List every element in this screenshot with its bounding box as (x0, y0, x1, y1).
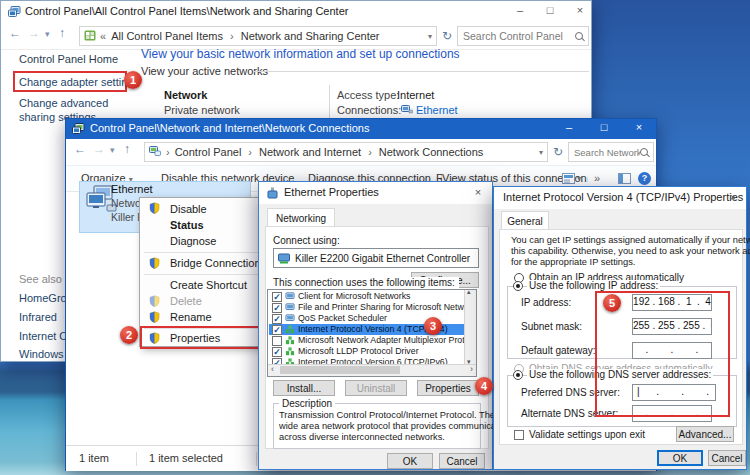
details-view-icon[interactable] (618, 173, 631, 186)
ipv4-dialog-title: Internet Protocol Version 4 (TCP/IPv4) P… (503, 191, 743, 203)
network-type: Private network (164, 104, 240, 116)
ethernet-item-name: Ethernet (111, 183, 153, 195)
sidebar-item-infrared[interactable]: Infrared (19, 311, 57, 323)
description-label: Description (279, 398, 335, 409)
eth-ok-button[interactable]: OK (387, 453, 433, 469)
win1-close-button[interactable]: × (567, 4, 593, 16)
dialog-ethernet-properties: Ethernet Properties × Networking Connect… (258, 181, 493, 470)
list-item[interactable]: ✓ File and Printer Sharing for Microsoft… (269, 302, 464, 313)
connections-value-link[interactable]: Ethernet (416, 104, 458, 116)
validate-checkbox[interactable] (514, 430, 524, 440)
connections-label: Connections: (337, 104, 401, 116)
win1-minimize-button[interactable]: – (507, 4, 533, 16)
win2-titlebar[interactable]: Control Panel\Network and Internet\Netwo… (66, 119, 656, 139)
list-item[interactable]: ✓ Client for Microsoft Networks (269, 291, 464, 302)
eth-dialog-title: Ethernet Properties (284, 186, 379, 198)
list-item[interactable]: Microsoft Network Adapter Multiplexor Pr… (269, 335, 464, 346)
sidebar-item-home[interactable]: Control Panel Home (19, 53, 118, 65)
checkbox-unchecked[interactable] (272, 336, 282, 346)
checkbox-checked[interactable]: ✓ (272, 303, 282, 313)
win2-close-button[interactable]: × (624, 121, 654, 133)
status-item-count: 1 item (79, 452, 109, 464)
uac-shield-icon (149, 311, 160, 327)
validate-label[interactable]: Validate settings upon exit (529, 429, 645, 440)
install-button[interactable]: Install... (273, 380, 335, 396)
back-icon[interactable]: ← (9, 26, 21, 40)
forward-icon[interactable]: → (28, 26, 40, 40)
win1-breadcrumb[interactable]: « All Control Panel Items › Network and … (79, 26, 437, 46)
radio-use-ip[interactable] (513, 281, 523, 291)
history-caret-icon[interactable]: ▾ (45, 29, 50, 39)
adapter-box: Killer E2200 Gigabit Ethernet Controller (273, 248, 479, 268)
scroll-left-icon[interactable]: ‹ (271, 364, 274, 374)
help-icon[interactable]: ? (638, 172, 651, 185)
ipv4-intro: You can get IP settings assigned automat… (511, 235, 750, 245)
crumb-dropdown-icon[interactable]: ▾ (428, 32, 432, 41)
checkbox-checked[interactable]: ✓ (272, 292, 282, 302)
crumb-control-panel[interactable]: Control Panel (175, 146, 242, 158)
uac-shield-icon (149, 202, 160, 218)
win1-title: Control Panel\All Control Panel Items\Ne… (25, 5, 348, 17)
eth-titlebar[interactable]: Ethernet Properties × (259, 182, 492, 204)
crumb-sep-icon: › (368, 146, 372, 158)
checkbox-checked[interactable]: ✓ (272, 325, 282, 335)
vertical-scrollbar[interactable]: ▴ ▾ (464, 290, 476, 365)
refresh-icon[interactable]: ↻ (442, 29, 452, 43)
toolbar-overflow-icon[interactable]: » (594, 172, 600, 184)
win1-maximize-button[interactable]: □ (537, 4, 563, 16)
crumb-all-items[interactable]: All Control Panel Items (111, 30, 223, 42)
crumb-network-internet[interactable]: Network and Internet (259, 146, 361, 158)
crumb-sep-icon: › (230, 30, 234, 42)
back-icon[interactable]: ← (74, 142, 86, 156)
forward-icon[interactable]: → (93, 142, 105, 156)
radio-use-ip-label[interactable]: Use the following IP address: (527, 280, 660, 291)
checkbox-checked[interactable]: ✓ (272, 314, 282, 324)
crumb-nsc[interactable]: Network and Sharing Center (241, 30, 380, 42)
search-icon[interactable] (640, 148, 648, 156)
ipv4-ok-button[interactable]: OK (657, 450, 703, 466)
win1-search-box[interactable]: Search Control Panel (457, 26, 589, 46)
radio-use-dns[interactable] (513, 370, 523, 380)
connection-items-label: This connection uses the following items… (273, 277, 459, 288)
history-caret-icon[interactable]: ▾ (110, 145, 115, 155)
crumb-collapse[interactable]: « (100, 30, 106, 42)
win2-search-box[interactable]: Search Network Conn... (568, 142, 654, 162)
view-slides-icon[interactable] (562, 173, 575, 186)
up-icon[interactable]: ↑ (59, 26, 65, 40)
uninstall-button[interactable]: Uninstall (345, 380, 407, 396)
up-icon[interactable]: ↑ (124, 142, 130, 156)
view-caret-icon[interactable]: ▾ (577, 174, 581, 183)
scroll-up-icon[interactable]: ▴ (467, 288, 471, 296)
ipv4-close-button[interactable]: × (720, 191, 746, 203)
uac-shield-icon (149, 257, 160, 273)
crumb-network-connections[interactable]: Network Connections (379, 146, 484, 158)
win2-breadcrumb[interactable]: › Control Panel › Network and Internet ›… (144, 142, 548, 162)
ipv4-cancel-button[interactable]: Cancel (708, 450, 746, 466)
search-icon[interactable] (575, 32, 583, 40)
tab-general[interactable]: General (501, 211, 549, 231)
scroll-right-icon[interactable]: › (470, 364, 473, 374)
eth-cancel-button[interactable]: Cancel (439, 453, 485, 469)
access-type-label: Access type: (337, 89, 399, 101)
adapter-name: Killer E2200 Gigabit Ethernet Controller (295, 253, 470, 264)
advanced-button[interactable]: Advanced... (676, 426, 734, 442)
refresh-icon[interactable]: ↻ (553, 145, 563, 159)
crumb-dropdown-icon[interactable]: ▾ (539, 148, 543, 157)
win1-titlebar[interactable]: Control Panel\All Control Panel Items\Ne… (1, 1, 591, 23)
checkbox-checked[interactable]: ✓ (272, 347, 282, 357)
active-networks-rule (253, 71, 589, 72)
connection-items-list[interactable]: ✓ Client for Microsoft Networks ✓ File a… (267, 289, 477, 377)
tab-networking[interactable]: Networking (267, 208, 335, 228)
win2-app-icon (72, 123, 85, 137)
horizontal-scrollbar[interactable]: ‹ › (268, 364, 476, 376)
subnet-mask-label: Subnet mask: (521, 321, 582, 332)
win2-minimize-button[interactable]: – (554, 121, 584, 133)
qos-icon (285, 314, 295, 324)
ipv4-titlebar[interactable]: Internet Protocol Version 4 (TCP/IPv4) P… (494, 187, 746, 209)
properties-button[interactable]: Properties (417, 380, 479, 396)
description-groupbox: Description Transmission Control Protoco… (273, 403, 481, 449)
list-item[interactable]: ✓ Microsoft LLDP Protocol Driver (269, 346, 464, 357)
annotation-badge-2: 2 (120, 326, 138, 344)
win2-maximize-button[interactable]: □ (589, 121, 619, 133)
eth-close-button[interactable]: × (465, 186, 491, 198)
